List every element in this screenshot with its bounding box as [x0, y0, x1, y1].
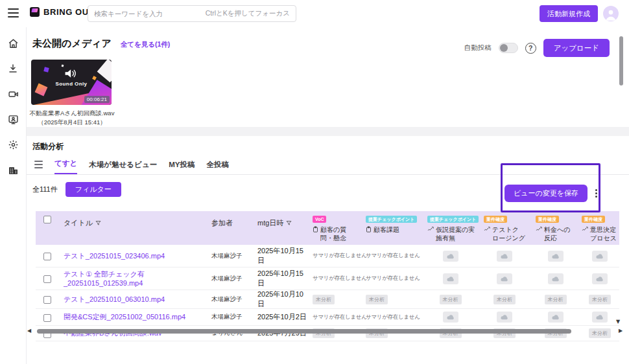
brand-text: BRING OUT — [43, 7, 94, 17]
sidebar — [0, 27, 27, 364]
views-list-icon[interactable] — [34, 161, 43, 174]
no-summary-text: サマリが存在しません — [313, 252, 367, 260]
row-participant: 木場麻沙子 — [211, 313, 243, 321]
table-row: 不動産業界Bさん初回商談.wav まりんさん 2025年7月29日 未分析 未分… — [36, 326, 619, 341]
auto-post-label: 自動投稿 — [464, 43, 492, 52]
not-analyzed-chip: 未分析 — [366, 295, 388, 304]
auto-post-toggle[interactable] — [499, 43, 518, 53]
column-label: テストクロージング — [492, 225, 525, 242]
video-icon[interactable] — [7, 88, 19, 100]
company-icon[interactable] — [7, 164, 19, 176]
column-label: 意思決定プロセス — [590, 225, 618, 242]
row-title-link[interactable]: 開発&CS定例_20251002_050116.mp4 — [64, 312, 185, 321]
row-participant: 木場麻沙子 — [211, 295, 243, 304]
tabs-divider — [27, 174, 629, 175]
row-mtg-date: 2025年10月15日 — [257, 269, 309, 288]
brand-logo[interactable]: BRING OUT — [30, 7, 94, 17]
column-label: 顧客の質問・懸念 — [320, 225, 357, 242]
col-participant-label: 参加者 — [211, 214, 233, 228]
vertical-scrollbar[interactable] — [619, 36, 623, 85]
zap-icon — [582, 226, 588, 233]
tab-my-posts[interactable]: MY投稿 — [169, 160, 195, 174]
save-view-button[interactable]: ビューの変更を保存 — [504, 185, 587, 202]
cloud-status-icon — [592, 273, 608, 284]
no-summary-text: サマリが存在しません — [313, 275, 367, 282]
no-summary-text: サマリが存在しません — [313, 313, 367, 321]
not-analyzed-chip: 未分析 — [545, 295, 567, 304]
cloud-status-icon — [548, 312, 564, 323]
page-title: 未公開のメディア — [32, 38, 112, 50]
column-label: 顧客課題 — [374, 225, 399, 234]
section-divider — [27, 127, 629, 136]
row-checkbox[interactable] — [43, 296, 51, 304]
tab-all-posts[interactable]: 全投稿 — [206, 160, 229, 174]
column-badge: VoC — [313, 216, 326, 223]
media-thumbnail[interactable]: Sound Only 00:06:21 — [31, 60, 112, 105]
tab-kiba-view[interactable]: 木場が魅せるビュー — [89, 160, 157, 174]
scroll-down-icon[interactable]: ▼ — [616, 319, 620, 324]
table-row: テスト① 全部チェック有_20251015_012539.mp4 木場麻沙子 2… — [36, 267, 619, 290]
select-all-checkbox[interactable] — [43, 216, 51, 223]
col-mtg-date-label: mtg日時 — [257, 218, 283, 228]
kebab-menu-icon[interactable] — [594, 188, 599, 199]
gear-icon[interactable] — [7, 139, 19, 150]
total-count: 全111件 — [32, 185, 58, 194]
column-badge: 提案チェックポイント — [427, 216, 479, 223]
zap-icon — [536, 226, 542, 233]
not-analyzed-chip: 未分析 — [313, 295, 335, 304]
cloud-status-icon — [443, 273, 458, 284]
analysis-section-title: 活動分析 — [32, 141, 64, 152]
row-title-link[interactable]: テスト_20251015_023406.mp4 — [64, 251, 165, 260]
search-input[interactable] — [94, 10, 206, 17]
table-row: テスト_20251015_023406.mp4 木場麻沙子 2025年10月15… — [36, 245, 619, 267]
zap-icon — [427, 226, 434, 233]
row-title-link[interactable]: テスト① 全部チェック有_20251015_012539.mp4 — [64, 269, 201, 288]
table-header-row: タイトル 参加者 mtg日時 VoC 顧客の質問・懸念 提案チェックポイント 顧… — [36, 211, 619, 245]
row-checkbox[interactable] — [43, 253, 51, 260]
filter-button[interactable]: フィルター — [65, 182, 121, 197]
home-icon[interactable] — [7, 38, 19, 49]
row-checkbox[interactable] — [43, 275, 51, 283]
scroll-right-icon[interactable]: ▶ — [619, 328, 623, 334]
horizontal-scrollbar[interactable] — [37, 329, 571, 334]
no-summary-text: サマリが存在しません — [366, 275, 420, 282]
cloud-status-icon — [443, 312, 458, 323]
cloud-status-icon — [497, 273, 512, 284]
download-icon[interactable] — [7, 63, 19, 74]
media-duration: 00:06:21 — [84, 96, 110, 103]
view-all-link[interactable]: 全てを見る(1件) — [121, 40, 171, 49]
row-checkbox[interactable] — [43, 314, 51, 322]
column-badge: 案件確度 — [484, 216, 507, 223]
filter-funnel-icon[interactable] — [286, 220, 292, 226]
no-summary-text: サマリが存在しません — [366, 313, 420, 321]
table-row: テスト_20251010_063010.mp4 木場麻沙子 2025年10月10… — [36, 290, 619, 309]
filter-funnel-icon[interactable] — [95, 220, 101, 226]
row-participant: 木場麻沙子 — [211, 275, 243, 283]
brand-cube-icon — [30, 7, 40, 17]
speaker-icon — [64, 68, 78, 79]
global-search[interactable]: CtrlとKを押してフォーカス — [88, 5, 296, 22]
main-content: 未公開のメディア 全てを見る(1件) 自動投稿 ? アップロード Sound O… — [27, 27, 629, 364]
column-label: 料金への反応 — [544, 225, 575, 242]
cloud-status-icon — [497, 251, 512, 262]
col-title-label: タイトル — [64, 218, 93, 228]
media-filename: 不動産業界Aさん初回商談.wav — [27, 109, 117, 118]
row-mtg-date: 2025年10月10日 — [257, 290, 309, 309]
upload-button[interactable]: アップロード — [543, 39, 610, 57]
user-screen-icon[interactable] — [7, 113, 19, 125]
not-analyzed-chip: 未分析 — [493, 295, 516, 304]
column-label: 仮説提案の実施有無 — [436, 225, 479, 242]
user-avatar[interactable] — [603, 6, 619, 21]
search-shortcut-hint: CtrlとKを押してフォーカス — [206, 9, 290, 18]
row-title-link[interactable]: テスト_20251010_063010.mp4 — [64, 295, 165, 304]
cloud-status-icon — [592, 251, 608, 262]
menu-icon[interactable] — [8, 8, 19, 17]
row-participant: 木場麻沙子 — [211, 252, 243, 260]
tab-tesuto[interactable]: てすと — [54, 159, 77, 174]
cloud-status-icon — [592, 312, 608, 323]
scroll-left-icon[interactable]: ◀ — [27, 328, 31, 334]
column-badge: 案件確度 — [582, 216, 605, 223]
column-badge: 提案チェックポイント — [366, 216, 417, 223]
help-icon[interactable]: ? — [525, 43, 536, 54]
new-activity-button[interactable]: 活動新規作成 — [540, 5, 598, 22]
